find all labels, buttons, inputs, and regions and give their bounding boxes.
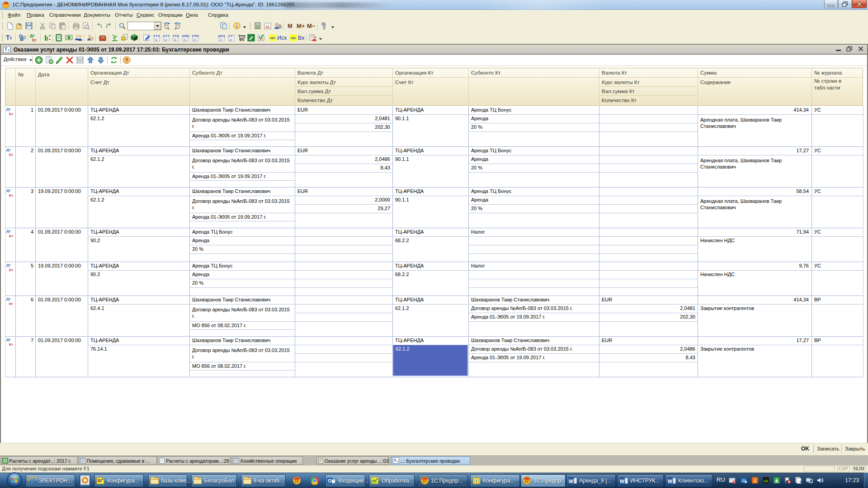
svg-text:1С: 1С bbox=[295, 480, 299, 483]
svg-text:1С: 1С bbox=[525, 480, 529, 483]
svg-text:ОК: ОК bbox=[79, 61, 82, 63]
svg-text:т: т bbox=[397, 460, 398, 463]
svg-text:i: i bbox=[236, 23, 238, 28]
svg-text:1С: 1С bbox=[423, 480, 427, 483]
svg-text:ЦЕХ1: ЦЕХ1 bbox=[218, 35, 225, 38]
svg-text:O: O bbox=[328, 479, 332, 483]
svg-text:НДС: НДС bbox=[291, 37, 297, 39]
svg-text:УСЛ: УСЛ bbox=[154, 35, 160, 38]
svg-text:$: $ bbox=[68, 36, 70, 40]
svg-text:?: ? bbox=[125, 57, 128, 64]
svg-text:НАКЛ: НАКЛ bbox=[182, 35, 189, 38]
svg-text:31: 31 bbox=[266, 25, 270, 29]
svg-text:W: W bbox=[569, 479, 574, 484]
svg-text:Т: Т bbox=[394, 458, 396, 463]
svg-text:АКТ: АКТ bbox=[163, 35, 170, 38]
svg-text:СЧЕТ: СЧЕТ bbox=[192, 35, 199, 38]
svg-text:ТОВ: ТОВ bbox=[173, 35, 179, 38]
svg-text:т: т bbox=[8, 49, 9, 52]
svg-text:W: W bbox=[620, 479, 625, 484]
svg-text:НДС: НДС bbox=[270, 37, 276, 39]
svg-text:Т: Т bbox=[5, 47, 7, 52]
svg-text:W: W bbox=[668, 479, 673, 484]
svg-text:ЗП: ЗП bbox=[228, 35, 232, 38]
